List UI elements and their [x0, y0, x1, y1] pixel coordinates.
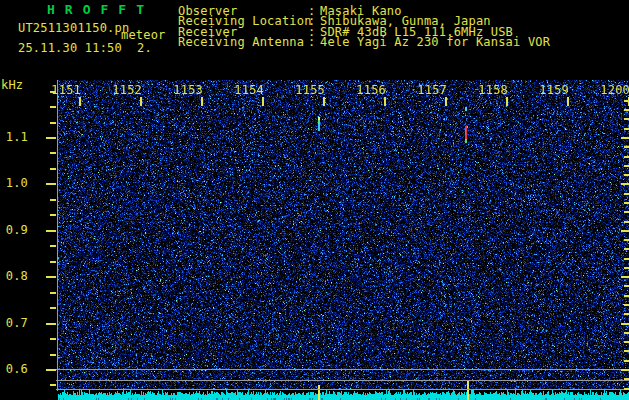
time-tick: [201, 97, 203, 106]
freq-major-tick-right: [621, 369, 629, 371]
freq-major-tick: [46, 183, 56, 185]
freq-minor-tick-right: [624, 350, 629, 352]
time-tick: [506, 97, 508, 106]
sub-band-line-3: [56, 389, 629, 390]
time-tick: [323, 97, 325, 106]
time-tick-label: 1153: [173, 84, 203, 96]
freq-major-tick-right: [621, 230, 629, 232]
sub-band-line-2: [56, 380, 629, 381]
freq-minor-tick: [50, 384, 56, 386]
freq-tick-label: 1.1: [2, 131, 28, 143]
freq-minor-tick-right: [624, 313, 629, 315]
freq-minor-tick-right: [624, 128, 629, 130]
freq-minor-tick: [50, 354, 56, 356]
freq-minor-tick-right: [624, 285, 629, 287]
freq-tick-label: 0.9: [2, 224, 28, 236]
freq-minor-tick: [50, 168, 56, 170]
spectrogram-canvas: [58, 80, 629, 400]
plot-left-border: [57, 80, 58, 391]
mode-label: meteor: [121, 29, 166, 41]
freq-minor-tick: [50, 106, 56, 108]
freq-minor-tick-right: [624, 332, 629, 334]
freq-major-tick: [46, 323, 56, 325]
freq-minor-tick: [50, 338, 56, 340]
hrofft-screen: HROFFT UT2511301150.pn meteor 25.11.30 1…: [0, 0, 629, 400]
freq-minor-tick-right: [624, 165, 629, 167]
time-tick-label: 1151: [51, 84, 81, 96]
freq-minor-tick-right: [624, 388, 629, 390]
freq-minor-tick-right: [624, 239, 629, 241]
freq-minor-tick-right: [624, 258, 629, 260]
time-tick-label: 1155: [295, 84, 325, 96]
app-title: HROFFT: [47, 4, 154, 16]
freq-minor-tick: [50, 245, 56, 247]
freq-minor-tick: [50, 292, 56, 294]
freq-major-tick: [46, 276, 56, 278]
freq-minor-tick: [50, 152, 56, 154]
freq-tick-label: 0.8: [2, 270, 28, 282]
time-tick: [384, 97, 386, 106]
freq-minor-tick-right: [624, 156, 629, 158]
time-tick-label: 1158: [478, 84, 508, 96]
freq-axis-unit: kHz: [1, 79, 23, 91]
freq-major-tick: [46, 369, 56, 371]
freq-minor-tick-right: [624, 295, 629, 297]
freq-minor-tick-right: [624, 146, 629, 148]
freq-minor-tick: [50, 122, 56, 124]
freq-minor-tick-right: [624, 341, 629, 343]
info-value: 4ele Yagi Az 230 for Kansai VOR: [320, 36, 550, 48]
freq-minor-tick: [50, 199, 56, 201]
time-tick: [140, 97, 142, 106]
time-tick-label: 1154: [234, 84, 264, 96]
info-label: Receiving Antenna: [178, 36, 304, 48]
sub-band-line-1: [56, 369, 629, 370]
freq-minor-tick-right: [624, 118, 629, 120]
time-tick: [262, 97, 264, 106]
freq-minor-tick: [50, 214, 56, 216]
time-tick-label: 1157: [417, 84, 447, 96]
freq-minor-tick-right: [624, 248, 629, 250]
time-tick-label: 1152: [112, 84, 142, 96]
freq-minor-tick-right: [624, 174, 629, 176]
freq-major-tick-right: [621, 276, 629, 278]
freq-minor-tick-right: [624, 193, 629, 195]
time-tick: [79, 97, 81, 106]
freq-minor-tick-right: [624, 304, 629, 306]
time-tick-label: 1200: [600, 84, 629, 96]
time-tick-label: 1156: [356, 84, 386, 96]
freq-major-tick-right: [621, 183, 629, 185]
freq-minor-tick-right: [624, 267, 629, 269]
freq-minor-tick-right: [624, 109, 629, 111]
time-tick-label: 1159: [539, 84, 569, 96]
freq-major-tick-right: [621, 137, 629, 139]
time-tick: [567, 97, 569, 106]
freq-tick-label: 0.6: [2, 363, 28, 375]
freq-tick-label: 0.7: [2, 317, 28, 329]
info-colon: :: [308, 36, 315, 48]
freq-minor-tick-right: [624, 221, 629, 223]
freq-major-tick: [46, 137, 56, 139]
freq-minor-tick-right: [624, 211, 629, 213]
freq-minor-tick: [50, 261, 56, 263]
freq-major-tick-right: [621, 323, 629, 325]
time-tick: [445, 97, 447, 106]
freq-minor-tick-right: [624, 378, 629, 380]
freq-minor-tick-right: [624, 202, 629, 204]
freq-tick-label: 1.0: [2, 177, 28, 189]
counter-label: 2.: [137, 42, 152, 54]
datetime-label: 25.11.30 11:50: [18, 42, 122, 54]
filename-label: UT2511301150.pn: [18, 22, 129, 34]
freq-major-tick: [46, 230, 56, 232]
freq-minor-tick: [50, 307, 56, 309]
freq-minor-tick-right: [624, 360, 629, 362]
